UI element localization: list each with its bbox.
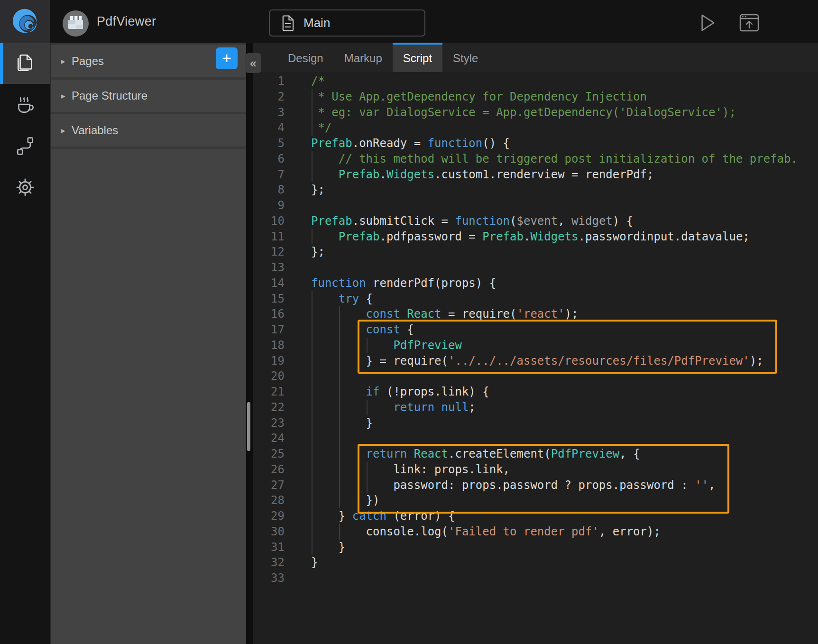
code-line[interactable]: const { xyxy=(311,322,818,338)
code-line[interactable]: password: props.password ? props.passwor… xyxy=(311,478,818,493)
code-line[interactable]: } xyxy=(311,415,818,431)
code-token: Prefab xyxy=(339,230,380,243)
code-line[interactable]: * Use App.getDependency for Dependency I… xyxy=(311,89,818,105)
indent-guide xyxy=(367,400,368,415)
code-line[interactable]: link: props.link, xyxy=(311,462,818,478)
line-number: 30 xyxy=(253,524,285,540)
line-number: 25 xyxy=(253,446,285,462)
pages-icon xyxy=(14,53,36,74)
code-token: 'Failed to render pdf' xyxy=(448,525,599,538)
code-token: }; xyxy=(311,183,325,196)
code-token: . xyxy=(524,230,530,243)
window-upload-icon xyxy=(738,12,760,33)
collapse-panel-button[interactable]: « xyxy=(245,53,261,73)
app-logo[interactable] xyxy=(0,0,50,43)
code-line[interactable]: }; xyxy=(311,182,818,198)
sidebar-item-settings[interactable] xyxy=(0,166,50,208)
tab-design[interactable]: Design xyxy=(277,43,334,72)
code-token xyxy=(311,292,339,305)
indent-guide xyxy=(339,384,340,400)
wave-logo-icon xyxy=(10,7,40,36)
add-page-button[interactable]: + xyxy=(216,47,238,69)
indent-guide xyxy=(312,478,312,493)
line-number: 26 xyxy=(253,462,285,478)
section-page-structure[interactable]: ▸Page Structure xyxy=(51,80,246,112)
code-token: Widgets xyxy=(530,230,578,243)
indent-guide xyxy=(367,478,368,493)
line-number: 5 xyxy=(253,136,285,151)
code-line[interactable]: } = require('../../../assets/resources/f… xyxy=(311,353,818,369)
code-line[interactable]: Prefab.Widgets.custom1.renderview = rend… xyxy=(311,167,818,183)
line-number: 11 xyxy=(253,229,285,245)
active-artifact-selector[interactable]: Main xyxy=(269,9,425,37)
code-line[interactable]: */ xyxy=(311,120,818,136)
code-token: Prefab xyxy=(482,230,524,243)
code-line[interactable]: Prefab.pdfpassword = Prefab.Widgets.pass… xyxy=(311,229,818,245)
chevron-right-icon: ▸ xyxy=(61,56,72,66)
code-token xyxy=(311,323,366,336)
code-token: */ xyxy=(311,121,331,134)
code-line[interactable]: }; xyxy=(311,244,818,260)
code-line[interactable] xyxy=(311,431,818,446)
code-line[interactable]: Prefab.onReady = function() { xyxy=(311,136,818,151)
tab-markup[interactable]: Markup xyxy=(334,43,393,72)
line-number: 12 xyxy=(253,244,285,260)
code-line[interactable]: return null; xyxy=(311,400,818,415)
code-line[interactable]: return React.createElement(PdfPreview, { xyxy=(311,446,818,462)
code-token: function xyxy=(428,137,483,150)
tab-style[interactable]: Style xyxy=(442,43,488,72)
scrollbar-handle[interactable] xyxy=(247,402,250,451)
code-editor[interactable]: 1234567891011121314151617181920212223242… xyxy=(253,72,818,644)
code-line[interactable]: } xyxy=(311,540,818,555)
code-token: .custom1.renderview = renderPdf; xyxy=(434,168,653,181)
code-line[interactable] xyxy=(311,198,818,213)
sidebar-item-pages[interactable] xyxy=(0,43,50,84)
publish-button[interactable] xyxy=(738,11,761,34)
line-number: 1 xyxy=(253,74,285,89)
code-line[interactable]: if (!props.link) { xyxy=(311,384,818,400)
line-number: 6 xyxy=(253,151,285,167)
code-line[interactable] xyxy=(311,260,818,276)
preview-button[interactable] xyxy=(696,11,719,34)
code-line[interactable]: Prefab.submitClick = function($event, wi… xyxy=(311,213,818,229)
code-token: '' xyxy=(695,478,708,492)
indent-guide xyxy=(339,524,340,540)
code-token: }) xyxy=(311,494,380,507)
line-number: 2 xyxy=(253,89,285,105)
code-line[interactable]: const React = require('react'); xyxy=(311,306,818,322)
code-line[interactable]: console.log('Failed to render pdf', erro… xyxy=(311,524,818,540)
indent-guide xyxy=(312,524,312,540)
connector-icon xyxy=(15,136,35,156)
indent-guide xyxy=(339,415,340,431)
sidebar-item-connectors[interactable] xyxy=(0,125,50,166)
artifact-label: Main xyxy=(303,16,330,30)
code-line[interactable]: } catch (error) { xyxy=(311,508,818,524)
code-line[interactable]: function renderPdf(props) { xyxy=(311,276,818,291)
line-number: 32 xyxy=(253,555,285,570)
line-number: 15 xyxy=(253,291,285,307)
code-token: if xyxy=(366,385,380,398)
section-variables[interactable]: ▸Variables xyxy=(51,114,246,147)
code-line[interactable]: * eg: var DialogService = App.getDepende… xyxy=(311,105,818,120)
indent-guide xyxy=(339,431,340,446)
code-token: ); xyxy=(750,354,763,368)
code-token: , { xyxy=(619,447,640,460)
section-label: Pages xyxy=(72,55,104,68)
code-line[interactable]: PdfPreview xyxy=(311,338,818,353)
code-token: ); xyxy=(565,307,579,321)
code-line[interactable] xyxy=(311,570,818,586)
sidebar-item-java-services[interactable] xyxy=(0,84,50,125)
tab-script[interactable]: Script xyxy=(393,43,442,72)
code-line[interactable]: }) xyxy=(311,493,818,508)
code-line[interactable]: /* xyxy=(311,74,818,89)
code-line[interactable]: try { xyxy=(311,291,818,307)
prefab-avatar xyxy=(63,10,89,37)
indent-guide xyxy=(312,291,312,307)
code-token xyxy=(311,307,366,321)
code-token: }; xyxy=(311,245,325,258)
line-number: 18 xyxy=(253,338,285,353)
code-line[interactable]: // this method will be triggered post in… xyxy=(311,151,818,167)
indent-guide xyxy=(312,89,312,105)
code-line[interactable] xyxy=(311,368,818,384)
code-line[interactable]: } xyxy=(311,555,818,570)
